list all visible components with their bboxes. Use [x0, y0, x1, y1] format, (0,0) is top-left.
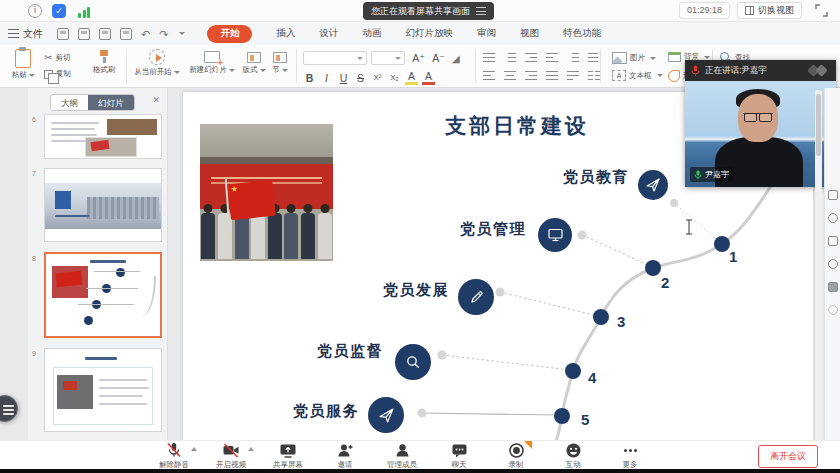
unmute-button[interactable]: 解除静音 [152, 442, 196, 470]
more-button[interactable]: 更多 [608, 442, 652, 470]
image-panel-icon[interactable] [828, 282, 838, 292]
step-number-2: 2 [661, 274, 669, 291]
tab-design[interactable]: 设计 [319, 27, 338, 40]
video-options-caret-icon[interactable] [248, 447, 254, 451]
increase-font-icon[interactable]: A⁺ [412, 52, 425, 64]
webcam-panel[interactable]: 正在讲话:尹嘉宇 尹嘉宇 [685, 60, 836, 187]
bold-button[interactable]: B [303, 72, 316, 84]
tab-insert[interactable]: 插入 [276, 27, 295, 40]
mic-options-caret-icon[interactable] [191, 447, 197, 451]
textbox-icon: A [612, 70, 626, 81]
tab-slides[interactable]: 幻灯片 [88, 95, 134, 110]
numbered-list-icon[interactable] [504, 52, 516, 63]
print-icon[interactable] [78, 28, 90, 40]
properties-panel-icon[interactable] [828, 190, 838, 200]
interact-button[interactable]: 互动 [551, 442, 595, 470]
item-label-service: 党员服务 [293, 402, 359, 421]
panel-close-icon[interactable]: ✕ [152, 95, 160, 105]
step-number-3: 3 [617, 313, 625, 330]
preview-icon[interactable] [120, 28, 132, 40]
decrease-indent-icon[interactable] [525, 52, 537, 63]
meeting-info-icon[interactable]: i [28, 4, 42, 18]
save-icon[interactable] [57, 28, 69, 40]
quick-access-caret-icon[interactable] [179, 32, 185, 35]
tab-view[interactable]: 视图 [520, 27, 539, 40]
cut-button[interactable]: ✂ 剪切 [44, 52, 70, 63]
fullscreen-expand-icon[interactable] [815, 4, 828, 17]
invite-button[interactable]: 邀请 [323, 442, 367, 470]
ribbon-tabs: 开始 插入 设计 动画 幻灯片放映 审阅 视图 特色功能 [207, 25, 601, 43]
tab-special-features[interactable]: 特色功能 [563, 27, 601, 40]
record-button[interactable]: 录制 [494, 442, 538, 470]
clear-format-icon[interactable]: ◢ [452, 53, 460, 64]
decrease-font-icon[interactable]: A⁻ [432, 52, 445, 64]
tab-outline[interactable]: 大纲 [51, 95, 88, 110]
animation-panel-icon[interactable] [828, 213, 838, 223]
camera-off-icon [222, 442, 240, 459]
chat-button[interactable]: 聊天 [437, 442, 481, 470]
font-size-select[interactable] [371, 51, 405, 65]
leave-meeting-button[interactable]: 离开会议 [758, 445, 818, 468]
subscript-button[interactable]: X₂ [388, 73, 401, 82]
picture-button[interactable]: 图片 [612, 52, 656, 64]
textbox-button[interactable]: A 文本框 [612, 70, 663, 81]
hamburger-icon [8, 29, 19, 38]
play-slideshow-icon [149, 49, 165, 65]
paste-button[interactable]: 粘贴 [8, 49, 38, 80]
switch-view-button[interactable]: 切换视图 [737, 2, 802, 19]
redo-icon[interactable]: ↷ [159, 28, 168, 40]
columns-icon[interactable] [588, 70, 600, 81]
bullet-list-icon[interactable] [483, 52, 495, 63]
share-screen-button[interactable]: 共享屏幕 [266, 442, 310, 470]
increase-indent-icon[interactable] [546, 52, 558, 63]
slide-number: 9 [32, 350, 36, 357]
underline-button[interactable]: U [337, 72, 350, 84]
magnifier-icon [395, 344, 431, 380]
superscript-button[interactable]: X² [371, 73, 384, 82]
scissors-icon: ✂ [44, 52, 52, 63]
step-number-4: 4 [588, 369, 597, 386]
item-label-management: 党员管理 [460, 220, 526, 239]
copy-button[interactable]: 复制 [44, 69, 71, 79]
tab-home[interactable]: 开始 [207, 25, 252, 43]
layout-button[interactable]: 版式 [240, 49, 268, 75]
new-slide-button[interactable]: 新建幻灯片 [188, 49, 236, 75]
line-spacing-icon[interactable] [567, 52, 579, 63]
file-menu-button[interactable]: 文件 [8, 27, 43, 41]
start-video-button[interactable]: 开启视频 [209, 442, 253, 470]
section-button[interactable]: 节 [270, 49, 290, 75]
tab-review[interactable]: 审阅 [477, 27, 496, 40]
slide-thumbnail-8-selected[interactable] [44, 252, 162, 338]
export-icon[interactable] [99, 28, 111, 40]
tab-slideshow[interactable]: 幻灯片放映 [405, 27, 453, 40]
scrollbar-thumb[interactable] [816, 94, 821, 156]
help-panel-icon[interactable] [828, 305, 838, 315]
refresh-panel-icon[interactable] [828, 259, 838, 269]
italic-button[interactable]: I [320, 72, 333, 84]
text-direction-icon[interactable] [588, 52, 600, 63]
justify-icon[interactable] [546, 70, 558, 81]
manage-members-button[interactable]: 管理成员 [380, 442, 424, 470]
align-right-icon[interactable] [525, 70, 537, 81]
highlight-color-button[interactable]: A [405, 70, 418, 85]
item-label-development: 党员发展 [383, 281, 449, 300]
slide-thumbnail-6[interactable] [44, 114, 162, 159]
strikethrough-button[interactable]: S [354, 72, 367, 84]
security-shield-icon[interactable]: ✓ [52, 4, 66, 18]
play-from-current-button[interactable]: 从当前开始 [132, 49, 182, 77]
vertical-scrollbar[interactable] [815, 90, 822, 458]
font-family-select[interactable] [303, 51, 367, 65]
selection-pane-icon[interactable] [828, 236, 838, 246]
slide-thumbnail-7[interactable] [44, 168, 162, 242]
format-painter-button[interactable]: 格式刷 [90, 50, 118, 75]
distribute-icon[interactable] [567, 70, 579, 81]
align-left-icon[interactable] [483, 70, 495, 81]
slide-thumbnail-9[interactable] [44, 348, 162, 432]
font-color-button[interactable]: A [422, 70, 435, 85]
status-menu-icon[interactable] [476, 7, 486, 15]
mic-on-icon [694, 170, 702, 180]
floating-list-button[interactable] [0, 395, 18, 422]
undo-icon[interactable]: ↶ [141, 28, 150, 40]
tab-animation[interactable]: 动画 [362, 27, 381, 40]
align-center-icon[interactable] [504, 70, 516, 81]
